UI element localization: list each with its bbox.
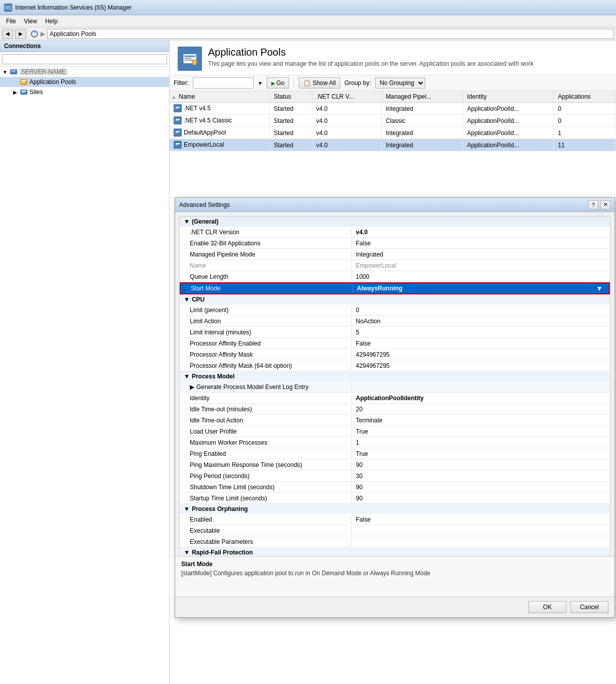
filter-label: Filter: (174, 79, 189, 87)
svg-rect-13 (21, 92, 25, 93)
filter-input[interactable] (193, 77, 254, 89)
go-icon: ▶ (271, 80, 275, 86)
table-header-row: ▲ Name Status .NET CLR V... Managed Pipe… (170, 91, 616, 103)
settings-label-32bit: Enable 32-Bit Applications (180, 239, 352, 248)
filter-dropdown-arrow: ▼ (258, 80, 263, 86)
back-button[interactable]: ◀ (2, 29, 13, 39)
connections-search-input[interactable] (2, 54, 167, 64)
show-all-button[interactable]: 📋 Show All (299, 77, 340, 89)
dialog-buttons: OK Cancel (175, 596, 614, 617)
table-row[interactable]: DefaultAppPool Started v4.0 Integrated A… (170, 127, 616, 139)
section-cpu[interactable]: ▼ CPU (180, 294, 610, 305)
col-header-apps[interactable]: Applications (554, 91, 616, 103)
startmode-dropdown-arrow[interactable]: ▼ (596, 284, 603, 292)
settings-row-affenabled: Processor Affinity Enabled False (180, 338, 610, 349)
section-processmodel[interactable]: ▼ Process Model (180, 371, 610, 381)
settings-value-startmode[interactable]: AlwaysRunning ▼ (353, 283, 609, 293)
menu-view[interactable]: View (20, 17, 41, 26)
app-pools-icon (20, 78, 28, 86)
title-bar-text: Internet Information Services (IIS) Mana… (15, 4, 132, 11)
settings-label-idletimeout: Idle Time-out (minutes) (180, 405, 352, 414)
settings-grid: ▼ (General) .NET CLR Version v4.0 Enable… (179, 216, 610, 556)
settings-label-orphan-params: Executable Parameters (180, 537, 352, 546)
section-rapidfail[interactable]: ▼ Rapid-Fail Protection (180, 547, 610, 556)
tree-toggle-server[interactable]: ▼ (2, 69, 8, 75)
tree-item-sites[interactable]: ▶ Sites (0, 87, 169, 97)
settings-value-pingmaxresponse: 90 (352, 460, 610, 469)
forward-button[interactable]: ▶ (15, 29, 26, 39)
refresh-icon (30, 30, 38, 38)
settings-label-affmask: Processor Affinity Mask (180, 350, 352, 359)
settings-row-startmode[interactable]: Start Mode AlwaysRunning ▼ (180, 282, 610, 294)
dialog-close-button[interactable]: ✕ (600, 200, 610, 209)
svg-rect-12 (21, 91, 26, 92)
menu-file[interactable]: File (2, 17, 20, 26)
dialog-help-button[interactable]: ? (588, 200, 598, 209)
settings-row-genpml[interactable]: ▶Generate Process Model Event Log Entry (180, 381, 610, 393)
col-header-netclr[interactable]: .NET CLR V... (312, 91, 382, 103)
nav-bar: ◀ ▶ ▶ Application Pools (0, 27, 616, 40)
section-cpu-toggle: ▼ (184, 296, 190, 303)
col-header-identity[interactable]: Identity (463, 91, 554, 103)
settings-row-limit: Limit (percent) 0 (180, 305, 610, 316)
pool-apps-cell: 11 (554, 139, 616, 151)
svg-rect-28 (176, 131, 180, 132)
pool-netclr-cell: v4.0 (312, 115, 382, 127)
col-header-name[interactable]: ▲ Name (170, 91, 269, 103)
settings-row-idletimeout: Idle Time-out (minutes) 20 (180, 404, 610, 415)
page-description: This page lets you view and manage the l… (208, 60, 533, 67)
server-icon (10, 68, 18, 76)
settings-row-netclr: .NET CLR Version v4.0 (180, 227, 610, 238)
go-button[interactable]: ▶ Go (267, 77, 289, 89)
pool-netclr-cell: v4.0 (312, 103, 382, 115)
tree-toggle-sites[interactable]: ▶ (12, 90, 18, 95)
section-cpu-label: CPU (192, 296, 204, 303)
table-row[interactable]: .NET v4.5 Started v4.0 Integrated Applic… (170, 103, 616, 115)
settings-row-shutdown: Shutdown Time Limit (seconds) 90 (180, 482, 610, 493)
dialog-title-bar: Advanced Settings ? ✕ (175, 198, 614, 212)
section-general-label: (General) (192, 218, 219, 225)
pool-status-cell: Started (269, 127, 312, 139)
settings-value-startup: 90 (352, 494, 610, 503)
expand-genpml[interactable]: ▶ (190, 383, 194, 391)
settings-label-identity: Identity (180, 394, 352, 403)
pool-status-cell: Started (269, 139, 312, 151)
pool-apps-cell: 1 (554, 127, 616, 139)
settings-row-affmask64: Processor Affinity Mask (64-bit option) … (180, 360, 610, 371)
section-orphaning[interactable]: ▼ Process Orphaning (180, 504, 610, 514)
settings-value-pingperiod: 30 (352, 472, 610, 481)
show-all-icon: 📋 (303, 79, 311, 87)
groupby-dropdown[interactable]: No Grouping Status Identity (375, 77, 425, 89)
menu-bar: File View Help (0, 15, 616, 27)
svg-rect-5 (13, 70, 16, 71)
page-title: Application Pools (208, 47, 533, 58)
col-header-pipeline[interactable]: Managed Pipel... (382, 91, 463, 103)
section-orphaning-label: Process Orphaning (192, 505, 248, 512)
menu-help[interactable]: Help (41, 17, 62, 26)
settings-value-idletimeout: 20 (352, 405, 610, 414)
table-row[interactable]: EmpowerLocal Started v4.0 Integrated App… (170, 139, 616, 151)
tree-item-server[interactable]: ▼ SERVER-NAME (0, 67, 169, 77)
settings-row-limitinterval: Limit Interval (minutes) 5 (180, 327, 610, 338)
table-row[interactable]: .NET v4.5 Classic Started v4.0 Classic A… (170, 115, 616, 127)
desc-title: Start Mode (181, 561, 608, 568)
settings-value-maxworkers: 1 (352, 438, 610, 447)
dialog-title-text: Advanced Settings (179, 201, 230, 208)
groupby-label: Group by: (344, 79, 371, 87)
col-header-status[interactable]: Status (269, 91, 312, 103)
nav-path: Application Pools (47, 29, 614, 39)
settings-row-name: Name EmpowerLocal (180, 260, 610, 271)
connections-header: Connections (0, 40, 169, 52)
cancel-button[interactable]: Cancel (570, 601, 608, 613)
section-general[interactable]: ▼ (General) (180, 217, 610, 227)
section-processmodel-toggle: ▼ (184, 373, 190, 380)
pool-apps-cell: 0 (554, 103, 616, 115)
settings-value-identity: ApplicationPoolIdentity (352, 394, 610, 403)
settings-label-startmode: Start Mode (181, 284, 353, 293)
section-orphaning-toggle: ▼ (184, 505, 190, 512)
tree-item-app-pools[interactable]: Application Pools (0, 77, 169, 87)
tree-container: ▼ SERVER-NAME Application Pools ▶ (0, 67, 169, 684)
page-header-icon: ☰ (178, 47, 202, 71)
ok-button[interactable]: OK (528, 601, 566, 613)
svg-rect-31 (176, 143, 180, 144)
